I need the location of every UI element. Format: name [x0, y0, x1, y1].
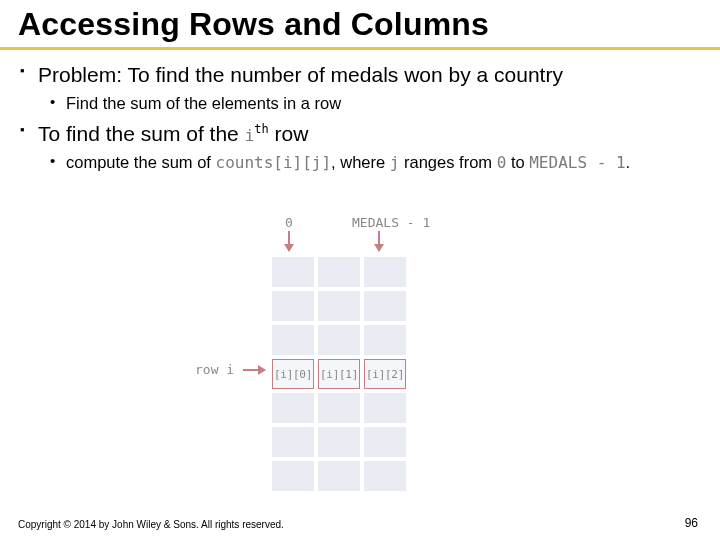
grid-cell	[364, 461, 406, 491]
grid-cell	[364, 393, 406, 423]
b2a-code-medals: MEDALS - 1	[529, 153, 625, 172]
b2-sup-th: th	[254, 122, 268, 136]
grid-cell	[272, 393, 314, 423]
col-label-0: 0	[285, 215, 293, 230]
b2-pre: To find the sum of the	[38, 122, 245, 145]
grid-row	[270, 289, 408, 323]
grid: [i][0] [i][1] [i][2]	[270, 255, 408, 493]
grid-cell	[318, 291, 360, 321]
grid-row-highlight: [i][0] [i][1] [i][2]	[270, 357, 408, 391]
grid-cell	[364, 427, 406, 457]
grid-cell	[272, 461, 314, 491]
b2a-pre: compute the sum of	[66, 153, 216, 171]
b2a-code-0: 0	[497, 153, 507, 172]
b2a-code-j: j	[390, 153, 400, 172]
grid-row	[270, 425, 408, 459]
grid-cell	[364, 325, 406, 355]
bullet-problem: Problem: To find the number of medals wo…	[38, 62, 700, 115]
grid-cell	[318, 461, 360, 491]
sub-list-1: Find the sum of the elements in a row	[66, 92, 700, 114]
copyright-footer: Copyright © 2014 by John Wiley & Sons. A…	[18, 519, 284, 530]
grid-cell	[318, 393, 360, 423]
grid-cell	[364, 257, 406, 287]
grid-cell-i2: [i][2]	[364, 359, 406, 389]
b2a-end: .	[626, 153, 631, 171]
b2a-mid2: ranges from	[399, 153, 496, 171]
title-underline	[0, 47, 720, 50]
grid-cell	[318, 325, 360, 355]
grid-row	[270, 323, 408, 357]
bullet-list: Problem: To find the number of medals wo…	[38, 62, 700, 173]
grid-cell	[272, 325, 314, 355]
b2-code-i: i	[245, 126, 255, 145]
page-number: 96	[685, 516, 698, 530]
slide-title: Accessing Rows and Columns	[0, 0, 720, 47]
grid-row	[270, 459, 408, 493]
col-label-medals-1: MEDALS - 1	[352, 215, 430, 230]
arrow-right-icon	[243, 369, 265, 371]
sub-bullet-compute: compute the sum of counts[i][j], where j…	[66, 151, 700, 174]
grid-cell	[272, 427, 314, 457]
grid-cell	[318, 427, 360, 457]
arrow-down-icon	[378, 231, 380, 251]
grid-cell	[272, 257, 314, 287]
sub-bullet-sum-row: Find the sum of the elements in a row	[66, 92, 700, 114]
grid-cell	[272, 291, 314, 321]
grid-row	[270, 255, 408, 289]
grid-cell	[318, 257, 360, 287]
arrow-down-icon	[288, 231, 290, 251]
b2a-code-counts: counts[i][j]	[216, 153, 332, 172]
slide: Accessing Rows and Columns Problem: To f…	[0, 0, 720, 540]
b2a-mid3: to	[506, 153, 529, 171]
bullet-problem-text: Problem: To find the number of medals wo…	[38, 63, 563, 86]
row-label-i: row i	[195, 362, 234, 377]
grid-cell	[364, 291, 406, 321]
b2a-mid: , where	[331, 153, 390, 171]
grid-cell-i1: [i][1]	[318, 359, 360, 389]
sub-list-2: compute the sum of counts[i][j], where j…	[66, 151, 700, 174]
b2-post: row	[269, 122, 309, 145]
grid-row	[270, 391, 408, 425]
bullet-ith-row: To find the sum of the ith row compute t…	[38, 121, 700, 174]
grid-cell-i0: [i][0]	[272, 359, 314, 389]
